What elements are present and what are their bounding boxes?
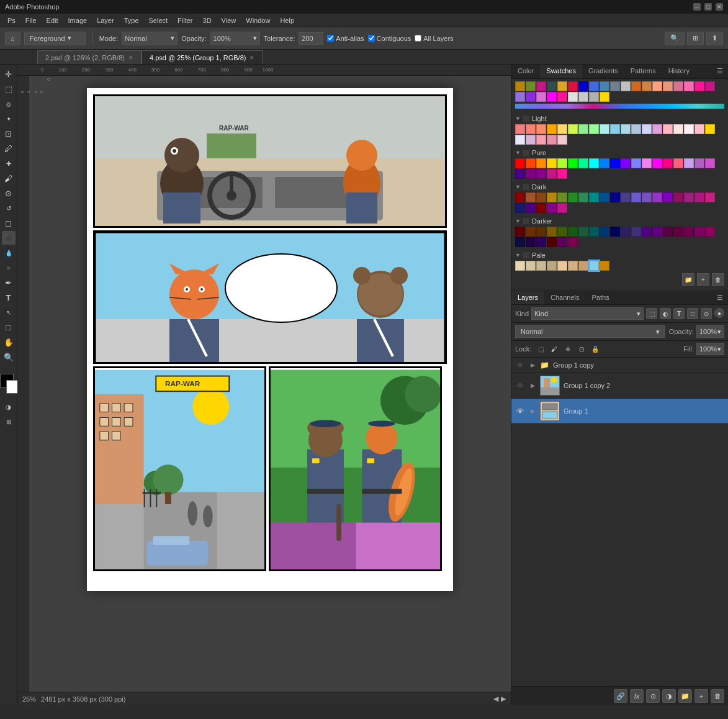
tolerance-input[interactable] <box>299 32 323 45</box>
swatch-item[interactable] <box>663 192 673 202</box>
swatch-item[interactable] <box>557 124 567 134</box>
swatch-item[interactable] <box>621 227 631 237</box>
layers-menu-button[interactable]: ☰ <box>712 291 728 304</box>
filter-dropdown[interactable]: Kind ▾ <box>531 307 644 320</box>
eraser-tool[interactable]: ◻ <box>2 216 16 230</box>
swatch-item[interactable] <box>631 124 641 134</box>
section-header-pure[interactable]: ▼ Pure <box>515 149 724 156</box>
swatch-item[interactable] <box>547 192 557 202</box>
search-button[interactable]: 🔍 <box>665 32 685 45</box>
swatch-item[interactable] <box>536 261 546 271</box>
swatch-item[interactable] <box>526 237 536 247</box>
swatch-item[interactable] <box>684 227 694 237</box>
swatch-item[interactable] <box>694 192 704 202</box>
tab-swatches[interactable]: Swatches <box>540 65 582 78</box>
menu-select[interactable]: Select <box>144 16 173 25</box>
swatches-add-button[interactable]: + <box>697 273 709 286</box>
swatch-item[interactable] <box>652 124 662 134</box>
opacity-dropdown[interactable]: 100% ▾ <box>210 32 260 45</box>
lock-pixels-icon[interactable]: 🖌 <box>549 343 560 355</box>
swatch-item[interactable] <box>526 203 536 213</box>
swatch-item[interactable] <box>631 227 641 237</box>
swatch-item[interactable] <box>621 81 631 91</box>
type-filter-icon[interactable]: T <box>673 308 685 319</box>
comic-canvas[interactable]: RAP-WAR <box>87 88 453 591</box>
opacity-dropdown[interactable]: 100% ▾ <box>696 325 724 338</box>
swatch-item[interactable] <box>621 158 631 168</box>
swatch-item[interactable] <box>589 81 599 91</box>
swatch-item[interactable] <box>515 169 525 179</box>
swatch-item[interactable] <box>600 81 609 91</box>
swatch-item[interactable] <box>547 227 557 237</box>
swatch-item[interactable] <box>547 203 557 213</box>
tab-patterns[interactable]: Patterns <box>624 65 662 78</box>
magic-wand-tool[interactable]: ✦ <box>2 112 16 125</box>
tab-gradients[interactable]: Gradients <box>582 65 624 78</box>
swatch-item[interactable] <box>663 158 673 168</box>
swatch-item[interactable] <box>621 124 631 134</box>
swatch-item[interactable] <box>673 81 683 91</box>
tab-channels[interactable]: Channels <box>544 291 585 304</box>
swatch-item[interactable] <box>515 92 525 102</box>
clone-stamp-tool[interactable]: ⊙ <box>2 186 16 200</box>
layer-expand-arrow[interactable]: ▶ <box>529 361 536 369</box>
swatch-item[interactable] <box>536 124 546 134</box>
swatches-delete-button[interactable]: 🗑 <box>712 273 724 286</box>
contiguous-checkbox[interactable] <box>368 35 375 42</box>
swatch-item[interactable] <box>610 158 620 168</box>
swatch-item[interactable] <box>568 237 578 247</box>
layer-group-1[interactable]: 👁 ▶ Group 1 <box>511 399 728 424</box>
swatch-item[interactable] <box>526 227 536 237</box>
swatch-item[interactable] <box>536 169 546 179</box>
tab-2psd-close[interactable]: ✕ <box>128 55 133 61</box>
swatch-item[interactable] <box>568 192 578 202</box>
swatch-item[interactable] <box>557 237 567 247</box>
select-marquee-tool[interactable]: ⬚ <box>2 82 16 96</box>
lock-artboard-icon[interactable]: ⊡ <box>576 343 587 355</box>
maximize-button[interactable]: □ <box>704 3 712 11</box>
swatch-item[interactable] <box>578 158 588 168</box>
layers-mask-button[interactable]: ⊙ <box>646 689 660 703</box>
tab-paths[interactable]: Paths <box>586 291 616 304</box>
share-button[interactable]: ⬆ <box>706 32 723 45</box>
swatch-item[interactable] <box>589 227 599 237</box>
section-header-dark[interactable]: ▼ Dark <box>515 183 724 191</box>
swatch-item[interactable] <box>652 81 662 91</box>
home-button[interactable]: ⌂ <box>5 32 20 45</box>
foreground-dropdown[interactable]: Foreground ▾ <box>24 32 86 45</box>
swatch-item[interactable] <box>547 92 557 102</box>
swatch-item[interactable] <box>705 192 715 202</box>
swatch-item[interactable] <box>578 124 588 134</box>
swatch-item[interactable] <box>515 81 525 91</box>
mode-dropdown[interactable]: Normal ▾ <box>122 32 178 45</box>
pixel-filter-icon[interactable]: ⬚ <box>646 308 657 319</box>
lock-all-icon[interactable]: 🔒 <box>590 343 601 355</box>
blend-mode-dropdown[interactable]: Normal ▾ <box>515 325 665 338</box>
swatch-item[interactable] <box>536 203 546 213</box>
swatch-item[interactable] <box>694 124 704 134</box>
swatch-item[interactable] <box>578 192 588 202</box>
move-tool[interactable]: ✛ <box>2 67 16 81</box>
swatch-item[interactable] <box>673 124 683 134</box>
swatch-item[interactable] <box>694 158 704 168</box>
swatch-item[interactable] <box>515 124 525 134</box>
type-tool[interactable]: T <box>2 291 16 304</box>
layer-expand-arrow[interactable]: ▶ <box>529 382 536 389</box>
path-selection-tool[interactable]: ↖ <box>2 305 16 319</box>
swatches-folder-button[interactable]: 📁 <box>682 273 694 286</box>
lock-transparent-icon[interactable]: ⬚ <box>535 343 546 355</box>
swatch-item[interactable] <box>631 81 641 91</box>
swatch-item[interactable] <box>557 158 567 168</box>
layers-group-button[interactable]: 📁 <box>678 689 692 703</box>
swatch-item[interactable] <box>652 227 662 237</box>
panel-menu-button[interactable]: ☰ <box>712 65 728 78</box>
menu-filter[interactable]: Filter <box>173 16 197 25</box>
swatch-item[interactable] <box>515 158 525 168</box>
swatch-item[interactable] <box>705 81 715 91</box>
swatch-item[interactable] <box>526 124 536 134</box>
swatch-item[interactable] <box>547 158 557 168</box>
layer-expand-arrow[interactable]: ▶ <box>529 407 536 415</box>
menu-window[interactable]: Window <box>241 16 275 25</box>
swatch-item[interactable] <box>568 81 578 91</box>
swatch-item[interactable] <box>663 227 673 237</box>
